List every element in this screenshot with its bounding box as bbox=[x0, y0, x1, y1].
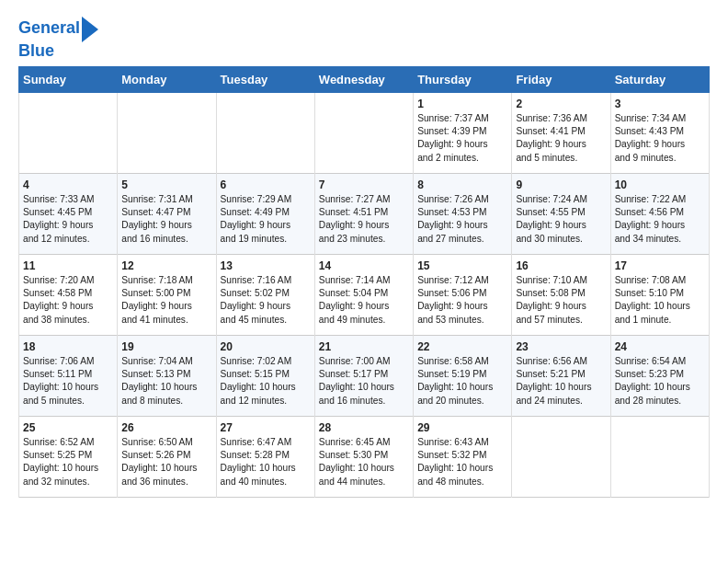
cell-content: Sunrise: 6:50 AM Sunset: 5:26 PM Dayligh… bbox=[121, 436, 211, 488]
calendar-day-header: Tuesday bbox=[216, 66, 314, 92]
calendar-day-header: Wednesday bbox=[314, 66, 413, 92]
logo-subtext: Blue bbox=[18, 42, 54, 61]
day-number: 4 bbox=[23, 178, 113, 191]
day-number: 22 bbox=[417, 340, 507, 353]
day-number: 20 bbox=[221, 340, 311, 353]
day-number: 15 bbox=[417, 259, 507, 272]
cell-content: Sunrise: 7:29 AM Sunset: 4:49 PM Dayligh… bbox=[221, 193, 311, 246]
calendar-cell bbox=[216, 92, 314, 173]
calendar-cell: 26Sunrise: 6:50 AM Sunset: 5:26 PM Dayli… bbox=[118, 416, 216, 497]
cell-content: Sunrise: 7:10 AM Sunset: 5:08 PM Dayligh… bbox=[516, 274, 606, 327]
calendar-cell: 17Sunrise: 7:08 AM Sunset: 5:10 PM Dayli… bbox=[610, 254, 709, 335]
calendar-cell bbox=[118, 92, 216, 173]
cell-content: Sunrise: 7:14 AM Sunset: 5:04 PM Dayligh… bbox=[319, 274, 409, 327]
day-number: 5 bbox=[121, 178, 211, 191]
day-number: 23 bbox=[516, 340, 606, 353]
calendar-cell: 21Sunrise: 7:00 AM Sunset: 5:17 PM Dayli… bbox=[314, 335, 413, 416]
cell-content: Sunrise: 7:04 AM Sunset: 5:13 PM Dayligh… bbox=[121, 355, 211, 408]
calendar-day-header: Thursday bbox=[414, 66, 512, 92]
calendar-day-header: Friday bbox=[512, 66, 610, 92]
cell-content: Sunrise: 7:00 AM Sunset: 5:17 PM Dayligh… bbox=[319, 355, 409, 408]
calendar-body: 1Sunrise: 7:37 AM Sunset: 4:39 PM Daylig… bbox=[19, 92, 710, 497]
day-number: 11 bbox=[23, 259, 113, 272]
day-number: 3 bbox=[615, 98, 705, 110]
day-number: 14 bbox=[319, 259, 409, 272]
calendar-table: SundayMondayTuesdayWednesdayThursdayFrid… bbox=[18, 66, 710, 498]
calendar-week-row: 4Sunrise: 7:33 AM Sunset: 4:45 PM Daylig… bbox=[19, 173, 710, 254]
page-header: General Blue bbox=[18, 15, 710, 61]
cell-content: Sunrise: 7:06 AM Sunset: 5:11 PM Dayligh… bbox=[23, 355, 113, 408]
day-number: 2 bbox=[516, 98, 606, 110]
calendar-day-header: Saturday bbox=[610, 66, 709, 92]
calendar-cell: 8Sunrise: 7:26 AM Sunset: 4:53 PM Daylig… bbox=[414, 173, 512, 254]
calendar-cell bbox=[19, 92, 118, 173]
cell-content: Sunrise: 6:54 AM Sunset: 5:23 PM Dayligh… bbox=[615, 355, 705, 408]
day-number: 1 bbox=[417, 98, 507, 110]
calendar-cell: 5Sunrise: 7:31 AM Sunset: 4:47 PM Daylig… bbox=[118, 173, 216, 254]
calendar-cell: 13Sunrise: 7:16 AM Sunset: 5:02 PM Dayli… bbox=[216, 254, 314, 335]
day-number: 13 bbox=[221, 259, 311, 272]
calendar-cell: 11Sunrise: 7:20 AM Sunset: 4:58 PM Dayli… bbox=[19, 254, 118, 335]
cell-content: Sunrise: 6:43 AM Sunset: 5:32 PM Dayligh… bbox=[417, 436, 507, 488]
calendar-cell: 29Sunrise: 6:43 AM Sunset: 5:32 PM Dayli… bbox=[414, 416, 512, 497]
cell-content: Sunrise: 6:47 AM Sunset: 5:28 PM Dayligh… bbox=[221, 436, 311, 488]
calendar-cell bbox=[610, 416, 709, 497]
calendar-cell: 27Sunrise: 6:47 AM Sunset: 5:28 PM Dayli… bbox=[216, 416, 314, 497]
calendar-cell: 4Sunrise: 7:33 AM Sunset: 4:45 PM Daylig… bbox=[19, 173, 118, 254]
day-number: 25 bbox=[23, 421, 113, 434]
cell-content: Sunrise: 7:18 AM Sunset: 5:00 PM Dayligh… bbox=[121, 274, 211, 327]
day-number: 19 bbox=[121, 340, 211, 353]
calendar-cell: 7Sunrise: 7:27 AM Sunset: 4:51 PM Daylig… bbox=[314, 173, 413, 254]
calendar-cell: 16Sunrise: 7:10 AM Sunset: 5:08 PM Dayli… bbox=[512, 254, 610, 335]
calendar-cell: 12Sunrise: 7:18 AM Sunset: 5:00 PM Dayli… bbox=[118, 254, 216, 335]
cell-content: Sunrise: 7:27 AM Sunset: 4:51 PM Dayligh… bbox=[319, 193, 409, 246]
cell-content: Sunrise: 6:52 AM Sunset: 5:25 PM Dayligh… bbox=[23, 436, 113, 488]
cell-content: Sunrise: 7:22 AM Sunset: 4:56 PM Dayligh… bbox=[615, 193, 705, 246]
calendar-week-row: 1Sunrise: 7:37 AM Sunset: 4:39 PM Daylig… bbox=[19, 92, 710, 173]
calendar-cell bbox=[314, 92, 413, 173]
day-number: 6 bbox=[221, 178, 311, 191]
cell-content: Sunrise: 7:36 AM Sunset: 4:41 PM Dayligh… bbox=[516, 112, 606, 165]
day-number: 28 bbox=[319, 421, 409, 434]
cell-content: Sunrise: 7:16 AM Sunset: 5:02 PM Dayligh… bbox=[221, 274, 311, 327]
cell-content: Sunrise: 7:12 AM Sunset: 5:06 PM Dayligh… bbox=[417, 274, 507, 327]
cell-content: Sunrise: 7:37 AM Sunset: 4:39 PM Dayligh… bbox=[417, 112, 507, 165]
calendar-cell: 3Sunrise: 7:34 AM Sunset: 4:43 PM Daylig… bbox=[610, 92, 709, 173]
calendar-cell: 15Sunrise: 7:12 AM Sunset: 5:06 PM Dayli… bbox=[414, 254, 512, 335]
calendar-cell: 6Sunrise: 7:29 AM Sunset: 4:49 PM Daylig… bbox=[216, 173, 314, 254]
day-number: 24 bbox=[615, 340, 705, 353]
cell-content: Sunrise: 6:56 AM Sunset: 5:21 PM Dayligh… bbox=[516, 355, 606, 408]
cell-content: Sunrise: 6:58 AM Sunset: 5:19 PM Dayligh… bbox=[417, 355, 507, 408]
day-number: 21 bbox=[319, 340, 409, 353]
calendar-week-row: 18Sunrise: 7:06 AM Sunset: 5:11 PM Dayli… bbox=[19, 335, 710, 416]
day-number: 29 bbox=[417, 421, 507, 434]
calendar-cell: 18Sunrise: 7:06 AM Sunset: 5:11 PM Dayli… bbox=[19, 335, 118, 416]
calendar-cell: 19Sunrise: 7:04 AM Sunset: 5:13 PM Dayli… bbox=[118, 335, 216, 416]
calendar-day-header: Sunday bbox=[19, 66, 118, 92]
day-number: 8 bbox=[417, 178, 507, 191]
calendar-cell: 23Sunrise: 6:56 AM Sunset: 5:21 PM Dayli… bbox=[512, 335, 610, 416]
day-number: 10 bbox=[615, 178, 705, 191]
calendar-cell: 24Sunrise: 6:54 AM Sunset: 5:23 PM Dayli… bbox=[610, 335, 709, 416]
calendar-day-header: Monday bbox=[118, 66, 216, 92]
calendar-cell: 28Sunrise: 6:45 AM Sunset: 5:30 PM Dayli… bbox=[314, 416, 413, 497]
calendar-cell: 22Sunrise: 6:58 AM Sunset: 5:19 PM Dayli… bbox=[414, 335, 512, 416]
cell-content: Sunrise: 7:08 AM Sunset: 5:10 PM Dayligh… bbox=[615, 274, 705, 327]
day-number: 27 bbox=[221, 421, 311, 434]
logo-arrow-icon bbox=[82, 17, 98, 42]
day-number: 17 bbox=[615, 259, 705, 272]
calendar-header-row: SundayMondayTuesdayWednesdayThursdayFrid… bbox=[19, 66, 710, 92]
calendar-cell: 1Sunrise: 7:37 AM Sunset: 4:39 PM Daylig… bbox=[414, 92, 512, 173]
cell-content: Sunrise: 7:34 AM Sunset: 4:43 PM Dayligh… bbox=[615, 112, 705, 165]
logo-text: General bbox=[18, 19, 80, 38]
calendar-cell: 2Sunrise: 7:36 AM Sunset: 4:41 PM Daylig… bbox=[512, 92, 610, 173]
cell-content: Sunrise: 7:31 AM Sunset: 4:47 PM Dayligh… bbox=[121, 193, 211, 246]
day-number: 9 bbox=[516, 178, 606, 191]
calendar-cell: 14Sunrise: 7:14 AM Sunset: 5:04 PM Dayli… bbox=[314, 254, 413, 335]
cell-content: Sunrise: 7:24 AM Sunset: 4:55 PM Dayligh… bbox=[516, 193, 606, 246]
logo: General Blue bbox=[18, 15, 98, 61]
calendar-cell: 9Sunrise: 7:24 AM Sunset: 4:55 PM Daylig… bbox=[512, 173, 610, 254]
calendar-cell bbox=[512, 416, 610, 497]
cell-content: Sunrise: 7:02 AM Sunset: 5:15 PM Dayligh… bbox=[221, 355, 311, 408]
cell-content: Sunrise: 7:33 AM Sunset: 4:45 PM Dayligh… bbox=[23, 193, 113, 246]
